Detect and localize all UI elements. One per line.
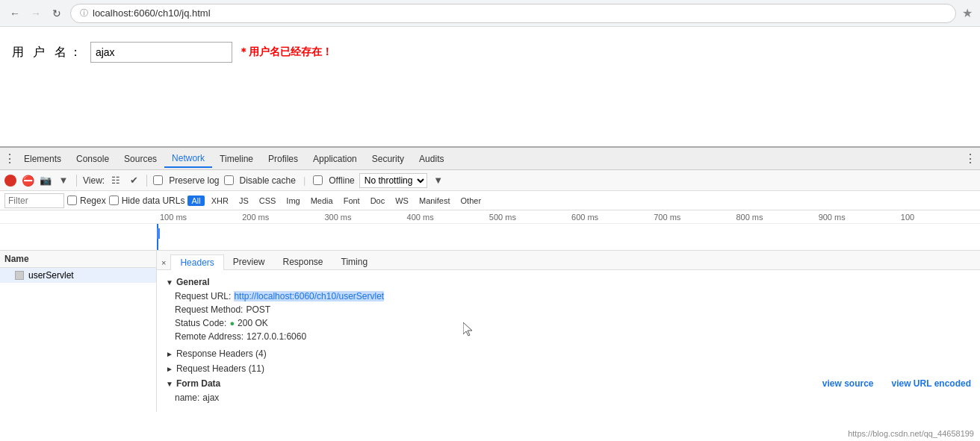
preserve-log-checkbox[interactable]	[153, 175, 163, 185]
lock-icon: ⓘ	[80, 7, 88, 19]
item-name: userServlet	[28, 270, 74, 281]
hide-data-urls-checkbox[interactable]	[109, 196, 119, 205]
form-name-value: ajax	[202, 392, 219, 403]
tick-800: 800 ms	[733, 213, 815, 222]
tab-application[interactable]: Application	[306, 151, 365, 167]
tab-network[interactable]: Network	[164, 150, 212, 168]
response-headers-title: Response Headers (4)	[176, 348, 267, 359]
form-data-arrow: ▼	[166, 380, 173, 388]
tick-700: 700 ms	[651, 213, 733, 222]
filter-manifest-btn[interactable]: Manifest	[415, 196, 454, 206]
forward-button[interactable]: →	[28, 6, 43, 21]
tab-audits[interactable]: Audits	[412, 151, 451, 167]
filter-all-btn[interactable]: All	[187, 196, 204, 206]
general-section-body: Request URL: http://localhost:6060/ch10/…	[166, 290, 971, 343]
tick-300: 300 ms	[321, 213, 403, 222]
filter-css-btn[interactable]: CSS	[255, 196, 280, 206]
devtools-options-button[interactable]: ⋮	[3, 152, 16, 166]
filter-doc-btn[interactable]: Doc	[367, 196, 389, 206]
tick-600: 600 ms	[568, 213, 651, 222]
page-content: 用 户 名： ＊用户名已经存在！	[0, 27, 980, 146]
devtools-tab-bar: ⋮ Elements Console Sources Network Timel…	[0, 148, 980, 170]
details-tab-preview[interactable]: Preview	[224, 254, 274, 269]
filter-button[interactable]: ▼	[57, 174, 70, 187]
remote-address-value: 127.0.0.1:6060	[246, 331, 306, 342]
tick-900: 900 ms	[816, 213, 898, 222]
tab-sources[interactable]: Sources	[117, 151, 164, 167]
filter-js-btn[interactable]: JS	[235, 196, 252, 206]
request-bar	[157, 228, 160, 239]
remote-address-key: Remote Address:	[175, 331, 244, 342]
tab-timeline[interactable]: Timeline	[212, 151, 261, 167]
offline-checkbox[interactable]	[313, 175, 323, 185]
reload-button[interactable]: ↻	[49, 6, 64, 21]
record-button[interactable]	[4, 175, 16, 187]
view-list-button[interactable]: ✔	[127, 174, 140, 187]
status-code-key: Status Code:	[175, 318, 226, 328]
form-name-row: name: ajax	[175, 391, 971, 404]
close-details-button[interactable]: ×	[157, 256, 170, 269]
filter-xhr-btn[interactable]: XHR	[208, 196, 232, 206]
bookmark-button[interactable]: ★	[962, 6, 973, 20]
username-input[interactable]	[90, 42, 232, 63]
tick-1000: 100	[898, 213, 980, 222]
tab-elements[interactable]: Elements	[16, 151, 69, 167]
view-url-encoded-link[interactable]: view URL encoded	[892, 378, 971, 389]
separator	[76, 175, 77, 187]
view-source-link[interactable]: view source	[822, 378, 874, 389]
request-headers-header[interactable]: ► Request Headers (11)	[166, 361, 971, 376]
form-data-header[interactable]: ▼ Form Data view source view URL encoded	[166, 376, 971, 391]
offline-label: Offline	[329, 175, 354, 186]
filter-input[interactable]	[4, 193, 64, 208]
devtools-menu-button[interactable]: ⋮	[964, 152, 977, 166]
username-form-row: 用 户 名： ＊用户名已经存在！	[12, 42, 968, 63]
name-list-header: Name	[0, 251, 156, 268]
disable-cache-label: Disable cache	[240, 175, 296, 186]
details-tab-response[interactable]: Response	[273, 254, 332, 269]
main-area: Name userServlet × Headers Preview Respo…	[0, 251, 980, 412]
regex-checkbox[interactable]	[67, 196, 77, 205]
details-tabs: × Headers Preview Response Timing	[157, 251, 980, 270]
throttling-select[interactable]: No throttling	[359, 173, 427, 188]
filter-ws-btn[interactable]: WS	[391, 196, 412, 206]
details-tab-headers[interactable]: Headers	[170, 254, 223, 270]
request-method-row: Request Method: POST	[175, 303, 971, 316]
url-text: localhost:6060/ch10/jq.html	[93, 7, 211, 19]
form-data-title: Form Data	[176, 378, 220, 389]
address-bar[interactable]: ⓘ localhost:6060/ch10/jq.html	[70, 4, 956, 23]
general-section-header[interactable]: ▼ General	[166, 275, 971, 290]
response-headers-header[interactable]: ► Response Headers (4)	[166, 346, 971, 361]
filter-img-btn[interactable]: Img	[282, 196, 303, 206]
details-panel: × Headers Preview Response Timing ▼ Gene…	[157, 251, 980, 412]
name-list: Name userServlet	[0, 251, 157, 412]
details-content: ▼ General Request URL: http://localhost:…	[157, 270, 980, 412]
request-url-key: Request URL:	[175, 291, 231, 301]
username-label: 用 户 名：	[12, 45, 84, 60]
request-method-value: POST	[246, 304, 270, 315]
filter-bar: Regex Hide data URLs All XHR JS CSS Img …	[0, 191, 980, 210]
disable-cache-checkbox[interactable]	[224, 175, 234, 185]
request-url-value[interactable]: http://localhost:6060/ch10/userServlet	[234, 291, 384, 301]
tick-100: 100 ms	[157, 213, 239, 222]
filter-other-btn[interactable]: Other	[457, 196, 486, 206]
request-headers-title: Request Headers (11)	[176, 363, 264, 374]
response-headers-arrow: ►	[166, 350, 173, 358]
form-name-key: name:	[175, 392, 199, 403]
clear-button[interactable]: ⛔	[21, 174, 34, 187]
filter-media-btn[interactable]: Media	[307, 196, 337, 206]
tab-profiles[interactable]: Profiles	[261, 151, 306, 167]
list-item[interactable]: userServlet	[0, 268, 156, 283]
error-message: ＊用户名已经存在！	[238, 46, 332, 59]
devtools-panel: ⋮ Elements Console Sources Network Timel…	[0, 146, 980, 412]
view-grid-button[interactable]: ☷	[109, 174, 122, 187]
tick-400: 400 ms	[404, 213, 486, 222]
separator2	[146, 175, 147, 187]
tab-console[interactable]: Console	[69, 151, 117, 167]
form-data-body: name: ajax	[166, 391, 971, 404]
back-button[interactable]: ←	[7, 6, 22, 21]
details-tab-timing[interactable]: Timing	[332, 254, 377, 269]
throttling-dropdown[interactable]: ▼	[432, 174, 445, 187]
tab-security[interactable]: Security	[365, 151, 412, 167]
camera-button[interactable]: 📷	[39, 174, 52, 187]
filter-font-btn[interactable]: Font	[340, 196, 364, 206]
